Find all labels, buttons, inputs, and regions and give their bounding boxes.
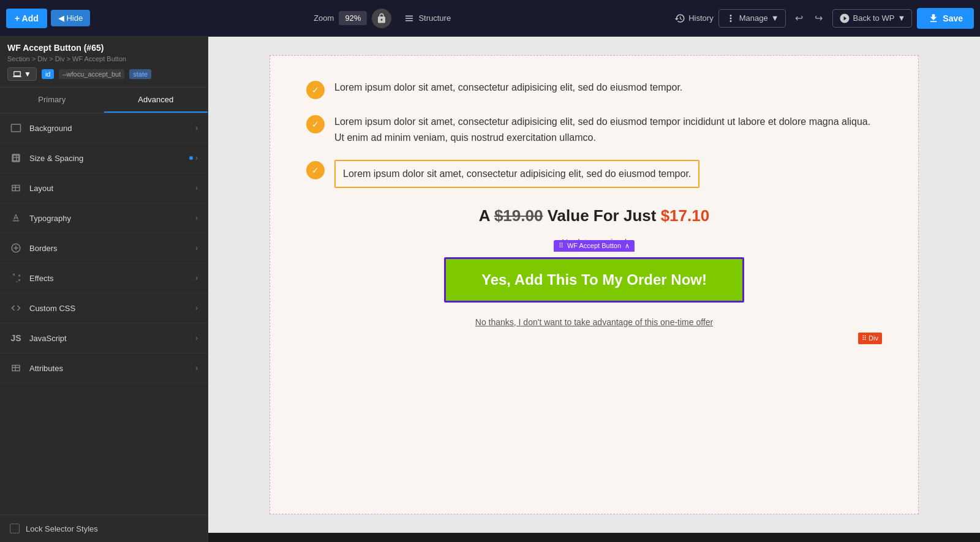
div-label: ⠿ Div [858,333,882,344]
checklist-text-2: Lorem ipsum dolor sit amet, consectetur … [334,114,882,145]
canvas-lock-button[interactable] [372,9,391,28]
menu-item-background-left: Background [10,122,72,134]
sale-price: $17.10 [661,206,710,225]
effects-icon [10,272,22,284]
size-spacing-label: Size & Spacing [29,154,83,163]
button-chevron: ∧ [625,242,630,250]
decline-link[interactable]: No thanks, I don't want to take advantag… [306,317,882,327]
hide-button[interactable]: ◀ Hide [51,10,90,26]
element-title: WF Accept Button (#65) [7,43,200,53]
checklist-item-2: ✓ Lorem ipsum dolor sit amet, consectetu… [306,114,882,145]
size-spacing-icon [10,152,22,164]
check-icon-3: ✓ [306,161,325,179]
javascript-chevron: › [195,334,198,342]
menu-item-typography[interactable]: Typography › [0,203,208,233]
tab-bar: Primary Advanced [0,88,208,113]
undo-redo-group: ↩ ↪ [791,10,827,27]
button-drag-icon: ⠿ [559,242,564,250]
menu-item-attributes[interactable]: Attributes › [0,353,208,383]
canvas-inner: ✓ Lorem ipsum dolor sit amet, consectetu… [270,55,919,514]
effects-label: Effects [29,274,54,283]
topbar: + Add ◀ Hide Zoom 92% Structure History … [0,0,980,37]
typography-chevron: › [195,214,198,222]
menu-item-custom-css[interactable]: Custom CSS › [0,293,208,323]
typography-label: Typography [29,214,71,223]
content-area: ✓ Lorem ipsum dolor sit amet, consectetu… [306,80,882,327]
menu-item-layout-left: Layout [10,182,53,194]
structure-button[interactable]: Structure [404,13,451,24]
menu-item-typography-left: Typography [10,212,71,224]
menu-item-background[interactable]: Background › [0,113,208,143]
menu-item-size-spacing-left: Size & Spacing [10,152,83,164]
menu-item-javascript[interactable]: JS JavaScript › [0,323,208,353]
redo-button[interactable]: ↪ [810,10,827,27]
state-badge: state [129,69,151,79]
tab-primary[interactable]: Primary [0,88,104,113]
original-price: $19.00 [494,206,543,225]
menu-item-attributes-left: Attributes [10,362,63,374]
tab-advanced[interactable]: Advanced [104,88,208,113]
id-badge: id [42,69,55,79]
typography-icon [10,212,22,224]
zoom-value[interactable]: 92% [339,11,367,25]
menu-item-borders[interactable]: Borders › [0,233,208,263]
checklist-text-1: Lorem ipsum dolor sit amet, consectetur … [334,80,682,96]
sidebar: WF Accept Button (#65) Section > Div > D… [0,37,208,542]
element-controls: ▼ id –wfocu_accept_but state [7,67,200,81]
size-spacing-indicator: › [189,154,198,162]
cta-button[interactable]: Yes, Add This To My Order Now! [444,257,744,303]
value-mid: Value For Just [548,206,657,225]
main-layout: WF Accept Button (#65) Section > Div > D… [0,37,980,542]
value-text: A $19.00 Value For Just $17.10 [306,206,882,225]
lock-selector-row[interactable]: Lock Selector Styles [0,514,208,542]
topbar-right: History Manage ▼ ↩ ↪ Back to WP ▼ Save [674,8,974,29]
borders-chevron: › [195,244,198,252]
manage-button[interactable]: Manage ▼ [718,9,786,28]
size-spacing-chevron: › [195,154,198,162]
layout-chevron: › [195,184,198,192]
button-container: ⠿ WF Accept Button ∧ Yes, Add This To My… [306,257,882,303]
value-prefix: A [479,206,490,225]
value-section: A $19.00 Value For Just $17.10 [306,206,882,225]
borders-label: Borders [29,244,58,253]
menu-item-effects-left: Effects [10,272,54,284]
zoom-area: Zoom 92% [314,9,391,28]
add-button[interactable]: + Add [6,9,47,28]
breadcrumb: Section > Div > Div > WF Accept Button [7,55,200,62]
custom-css-icon [10,302,22,314]
check-icon-1: ✓ [306,81,325,99]
device-selector[interactable]: ▼ [7,67,37,81]
background-icon [10,122,22,134]
lock-checkbox[interactable] [10,524,20,533]
lock-selector-label: Lock Selector Styles [26,524,98,533]
topbar-center: Zoom 92% Structure [95,9,669,28]
javascript-icon: JS [10,332,22,344]
sidebar-menu: Background › Size & Spacing › [0,113,208,514]
background-chevron: › [195,124,198,132]
topbar-left: + Add ◀ Hide [6,9,90,28]
undo-button[interactable]: ↩ [791,10,808,27]
back-to-wp-button[interactable]: Back to WP ▼ [832,9,913,28]
custom-css-chevron: › [195,304,198,312]
menu-item-size-spacing[interactable]: Size & Spacing › [0,143,208,173]
button-label-bar: ⠿ WF Accept Button ∧ [554,240,635,252]
layout-icon [10,182,22,194]
menu-item-effects[interactable]: Effects › [0,263,208,293]
save-button[interactable]: Save [917,8,974,29]
menu-item-custom-css-left: Custom CSS [10,302,75,314]
menu-item-layout[interactable]: Layout › [0,173,208,203]
zoom-label: Zoom [314,13,334,23]
attributes-icon [10,362,22,374]
javascript-label: JavaScript [29,334,67,343]
canvas-bottom-strip [208,533,980,542]
menu-item-borders-left: Borders [10,242,58,254]
attributes-label: Attributes [29,364,63,373]
custom-css-label: Custom CSS [29,304,75,313]
effects-chevron: › [195,274,198,282]
checklist-item-1: ✓ Lorem ipsum dolor sit amet, consectetu… [306,80,882,99]
element-info: WF Accept Button (#65) Section > Div > D… [0,37,208,88]
blue-dot-indicator [189,156,193,160]
history-button[interactable]: History [674,13,713,24]
menu-item-javascript-left: JS JavaScript [10,332,67,344]
attributes-chevron: › [195,364,198,372]
